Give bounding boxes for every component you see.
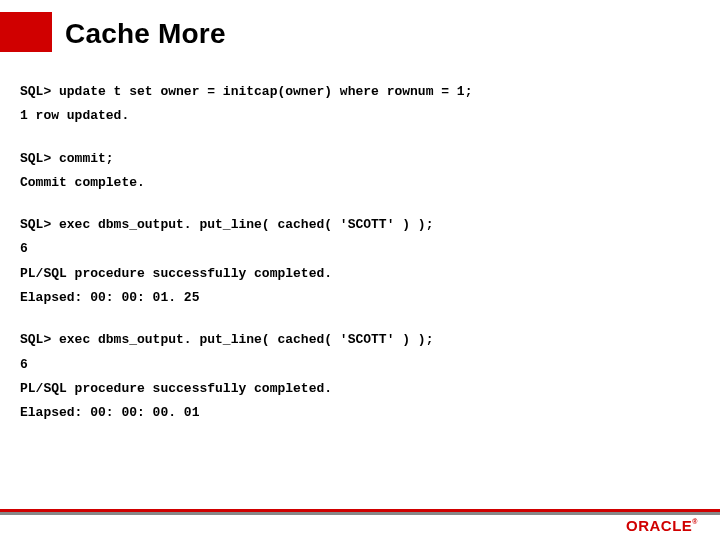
oracle-logo: ORACLE® — [626, 517, 698, 534]
logo-trademark: ® — [692, 518, 698, 525]
code-line: SQL> exec dbms_output. put_line( cached(… — [20, 333, 700, 347]
accent-block — [0, 12, 52, 52]
code-line: Elapsed: 00: 00: 00. 01 — [20, 406, 700, 420]
logo-text: ORACLE — [626, 517, 692, 534]
code-line: Commit complete. — [20, 176, 700, 190]
spacer — [20, 134, 700, 152]
slide-title: Cache More — [65, 18, 226, 50]
code-line: PL/SQL procedure successfully completed. — [20, 267, 700, 281]
code-line: SQL> update t set owner = initcap(owner)… — [20, 85, 700, 99]
footer-divider — [0, 509, 720, 512]
spacer — [20, 200, 700, 218]
spacer — [20, 315, 700, 333]
code-block: SQL> update t set owner = initcap(owner)… — [20, 85, 700, 431]
code-line: 1 row updated. — [20, 109, 700, 123]
code-line: PL/SQL procedure successfully completed. — [20, 382, 700, 396]
code-line: 6 — [20, 242, 700, 256]
code-line: Elapsed: 00: 00: 01. 25 — [20, 291, 700, 305]
code-line: SQL> exec dbms_output. put_line( cached(… — [20, 218, 700, 232]
slide: Cache More SQL> update t set owner = ini… — [0, 0, 720, 540]
code-line: SQL> commit; — [20, 152, 700, 166]
code-line: 6 — [20, 358, 700, 372]
